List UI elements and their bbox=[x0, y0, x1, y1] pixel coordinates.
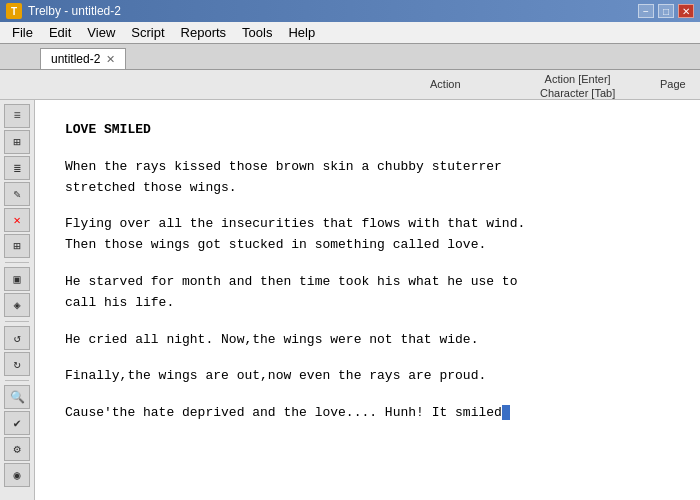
poem-line: Cause'the hate deprived and the love....… bbox=[65, 403, 670, 424]
menu-script[interactable]: Script bbox=[123, 22, 172, 43]
tool-edit-icon[interactable]: ✎ bbox=[4, 182, 30, 206]
toolbar-divider bbox=[5, 262, 29, 263]
poem-line: call his life. bbox=[65, 293, 670, 314]
poem-line: He cried all night. Now,the wings were n… bbox=[65, 330, 670, 351]
tool-check-icon[interactable]: ✔ bbox=[4, 411, 30, 435]
tool-grid-icon[interactable]: ⊞ bbox=[4, 234, 30, 258]
tool-search-icon[interactable]: 🔍 bbox=[4, 385, 30, 409]
col-action-label: Action bbox=[430, 78, 461, 90]
col-action-enter-label: Action [Enter]Character [Tab] bbox=[540, 72, 615, 101]
menu-tools[interactable]: Tools bbox=[234, 22, 280, 43]
tool-list-icon[interactable]: ≣ bbox=[4, 156, 30, 180]
title-bar: T Trelby - untitled-2 − □ ✕ bbox=[0, 0, 700, 22]
poem-line: Then those wings got stucked in somethin… bbox=[65, 235, 670, 256]
tool-settings-icon[interactable]: ⊞ bbox=[4, 130, 30, 154]
tool-character-icon[interactable]: ▣ bbox=[4, 267, 30, 291]
menu-view[interactable]: View bbox=[79, 22, 123, 43]
poem-line: Flying over all the insecurities that fl… bbox=[65, 214, 670, 235]
tab-label: untitled-2 bbox=[51, 52, 100, 66]
poem-line: When the rays kissed those brown skin a … bbox=[65, 157, 670, 178]
tool-undo-icon[interactable]: ↺ bbox=[4, 326, 30, 350]
toolbar: ≡ ⊞ ≣ ✎ ✕ ⊞ ▣ ◈ ↺ ↻ 🔍 ✔ ⚙ ◉ bbox=[0, 100, 35, 500]
menu-reports[interactable]: Reports bbox=[173, 22, 235, 43]
menu-bar: File Edit View Script Reports Tools Help bbox=[0, 22, 700, 44]
poem-stanza-4: He cried all night. Now,the wings were n… bbox=[65, 330, 670, 351]
menu-help[interactable]: Help bbox=[280, 22, 323, 43]
tool-radio-icon[interactable]: ◉ bbox=[4, 463, 30, 487]
app-icon: T bbox=[6, 3, 22, 19]
editor-area[interactable]: LOVE SMILED When the rays kissed those b… bbox=[35, 100, 700, 500]
poem-stanza-1: When the rays kissed those brown skin a … bbox=[65, 157, 670, 199]
poem-stanza-3: He starved for month and then time took … bbox=[65, 272, 670, 314]
poem-stanza-5: Finally,the wings are out,now even the r… bbox=[65, 366, 670, 387]
poem-stanza-2: Flying over all the insecurities that fl… bbox=[65, 214, 670, 256]
minimize-button[interactable]: − bbox=[638, 4, 654, 18]
tab-close-button[interactable]: ✕ bbox=[106, 53, 115, 66]
text-cursor bbox=[502, 405, 510, 420]
menu-file[interactable]: File bbox=[4, 22, 41, 43]
tool-scene-icon[interactable]: ◈ bbox=[4, 293, 30, 317]
window-title: Trelby - untitled-2 bbox=[28, 4, 121, 18]
tab-untitled2[interactable]: untitled-2 ✕ bbox=[40, 48, 126, 69]
menu-edit[interactable]: Edit bbox=[41, 22, 79, 43]
poem-line: He starved for month and then time took … bbox=[65, 272, 670, 293]
maximize-button[interactable]: □ bbox=[658, 4, 674, 18]
col-page-label: Page bbox=[660, 78, 686, 90]
toolbar-divider-2 bbox=[5, 321, 29, 322]
main-layout: ≡ ⊞ ≣ ✎ ✕ ⊞ ▣ ◈ ↺ ↻ 🔍 ✔ ⚙ ◉ LOVE SMILED … bbox=[0, 100, 700, 500]
toolbar-divider-3 bbox=[5, 380, 29, 381]
tool-paragraph-icon[interactable]: ≡ bbox=[4, 104, 30, 128]
tab-bar: untitled-2 ✕ bbox=[0, 44, 700, 70]
poem-line: Finally,the wings are out,now even the r… bbox=[65, 366, 670, 387]
poem-stanza-6: Cause'the hate deprived and the love....… bbox=[65, 403, 670, 424]
tool-redo-icon[interactable]: ↻ bbox=[4, 352, 30, 376]
poem-title: LOVE SMILED bbox=[65, 120, 670, 141]
tool-delete-icon[interactable]: ✕ bbox=[4, 208, 30, 232]
poem-line: stretched those wings. bbox=[65, 178, 670, 199]
close-button[interactable]: ✕ bbox=[678, 4, 694, 18]
tool-gear-icon[interactable]: ⚙ bbox=[4, 437, 30, 461]
